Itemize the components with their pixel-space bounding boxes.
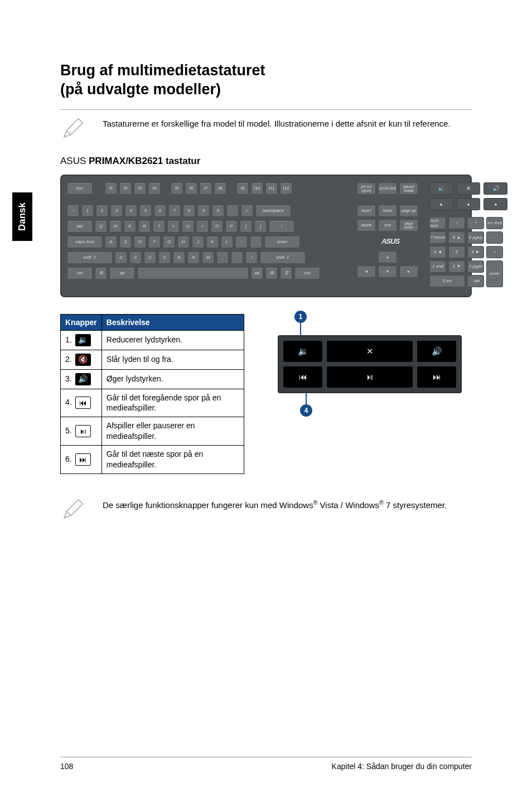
row-desc: Afspiller eller pauserer en medieafspill… — [101, 417, 244, 446]
panel-prev-icon: ⏮ — [283, 366, 322, 388]
panel-volup-icon: 🔊 — [417, 341, 456, 362]
row-desc: Går til det næste spor på en medieafspil… — [101, 446, 244, 474]
table-row: 3.🔊 Øger lydstyrken. — [61, 369, 244, 389]
table-row: 1.🔉 Reducerer lydstyrken. — [61, 330, 244, 350]
key-2: 2 — [96, 205, 108, 217]
key-del: delete — [357, 219, 376, 231]
key-f10: f10 — [251, 182, 263, 195]
key-f4: f4 — [148, 182, 161, 195]
vol-up-icon: 🔊 — [75, 373, 91, 385]
media-volup-icon: 🔊 — [483, 182, 507, 195]
key-left: ◄ — [357, 265, 376, 278]
key-5: 5 — [139, 205, 152, 217]
np-3: 3 pgdn — [467, 260, 484, 273]
key-caps: caps lock — [67, 236, 103, 248]
key-down: ▼ — [378, 265, 397, 278]
led-2-icon: ⬥ — [457, 198, 481, 210]
np-numlk: num lock — [429, 217, 446, 229]
key-f8: f8 — [214, 182, 226, 195]
key-4: 4 — [125, 205, 137, 217]
numpad: num lock / * scr lock 7 home 8 ▲ 9 pgup … — [429, 217, 507, 287]
key-u: U — [182, 220, 194, 233]
pencil-icon — [60, 496, 86, 522]
key-f11: f11 — [265, 182, 278, 195]
np-1: 1 end — [429, 260, 446, 273]
note-text: De særlige funktionsknapper fungerer kun… — [103, 496, 472, 511]
np-6: 6 ► — [467, 246, 484, 258]
row-desc: Reducerer lydstyrken. — [101, 330, 244, 350]
page-title: Brug af multimedietastaturet (på udvalgt… — [60, 61, 472, 99]
key-v: V — [158, 252, 171, 264]
row-num: 6. — [65, 455, 72, 463]
key-enter: enter — [264, 236, 300, 248]
key-c: C — [144, 252, 156, 264]
np-7: 7 home — [429, 231, 446, 244]
key-bs: \ — [269, 220, 294, 233]
media-voldown-icon: 🔉 — [429, 182, 453, 195]
chapter-label: Kapitel 4: Sådan bruger du din computer — [332, 762, 472, 771]
key-8: 8 — [183, 205, 195, 217]
page-content: Brug af multimedietastaturet (på udvalgt… — [60, 61, 472, 534]
row-num: 3. — [65, 374, 72, 383]
np-2: 2 ▼ — [448, 260, 465, 273]
key-g: G — [163, 236, 175, 248]
table-row: 5.⏯ Afspiller eller pauserer en medieafs… — [61, 417, 244, 446]
keyboard-main: esc f1 f2 f3 f4 f5 f6 f7 f8 f9 f10 f11 f… — [67, 182, 351, 287]
key-y: Y — [167, 220, 180, 233]
table-row: 4.⏮ Går til det foregående spor på en me… — [61, 389, 244, 417]
page-number: 108 — [60, 762, 73, 771]
key-lshift: shift ⇧ — [67, 252, 113, 264]
key-rshift: shift ⇧ — [260, 252, 306, 264]
callout-bubble: 1 — [294, 311, 307, 323]
np-scrlk: scr lock — [486, 217, 503, 229]
key-m: M — [202, 252, 214, 264]
note-text: Tastaturerne er forskellige fra model ti… — [103, 115, 472, 129]
key-p: P — [225, 220, 238, 233]
key-0: 0 — [212, 205, 224, 217]
row-num: 5. — [65, 426, 72, 435]
key-up: ▲ — [378, 251, 397, 263]
key-o: O — [211, 220, 223, 233]
key-rwin: ⊞ — [265, 267, 278, 279]
key-rb: ] — [254, 220, 267, 233]
title-line2: (på udvalgte modeller) — [60, 81, 221, 98]
np-8: 8 ▲ — [448, 231, 465, 244]
key-f9: f9 — [236, 182, 249, 195]
page-footer: 108 Kapitel 4: Sådan bruger du din compu… — [60, 757, 472, 771]
key-tab: tab — [67, 220, 93, 233]
key-f6: f6 — [185, 182, 197, 195]
key-semi: ; — [235, 236, 248, 248]
key-rctrl: ctrl — [294, 267, 320, 279]
led-3-icon: ⬥ — [483, 198, 507, 210]
key-prtscr: prt scr sysrq — [357, 182, 376, 195]
key-f2: f2 — [119, 182, 132, 195]
row-desc: Går til det foregående spor på en mediea… — [101, 389, 244, 417]
title-line1: Brug af multimedietastaturet — [60, 62, 265, 79]
panel-play-icon: ⏯ — [327, 366, 413, 388]
led-1-icon: ⬥ — [429, 198, 453, 210]
key-f: F — [148, 236, 161, 248]
row-desc: Slår lyden til og fra. — [101, 350, 244, 369]
key-tilde: ~ — [67, 205, 79, 217]
keyboard-illustration: esc f1 f2 f3 f4 f5 f6 f7 f8 f9 f10 f11 f… — [60, 175, 472, 297]
np-5: 5 — [448, 246, 465, 258]
divider — [60, 109, 472, 110]
key-3: 3 — [110, 205, 123, 217]
key-t: T — [153, 220, 165, 233]
key-lb: [ — [240, 220, 252, 233]
asus-logo: ASUS — [357, 235, 424, 248]
registered-icon: ® — [379, 499, 384, 506]
np-mul: * — [467, 217, 484, 229]
key-w: W — [109, 220, 122, 233]
row-num: 2. — [65, 354, 72, 363]
np-0: 0 ins — [429, 275, 465, 287]
note-block: Tastaturerne er forskellige fra model ti… — [60, 115, 472, 141]
key-minus: - — [226, 205, 239, 217]
key-x: X — [129, 252, 142, 264]
key-e: E — [124, 220, 136, 233]
next-icon: ⏭ — [75, 453, 91, 466]
key-a: A — [105, 236, 117, 248]
key-menu: ☰ — [280, 267, 292, 279]
panel-mute-icon: ✕ — [327, 341, 413, 362]
row-num: 4. — [65, 398, 72, 407]
